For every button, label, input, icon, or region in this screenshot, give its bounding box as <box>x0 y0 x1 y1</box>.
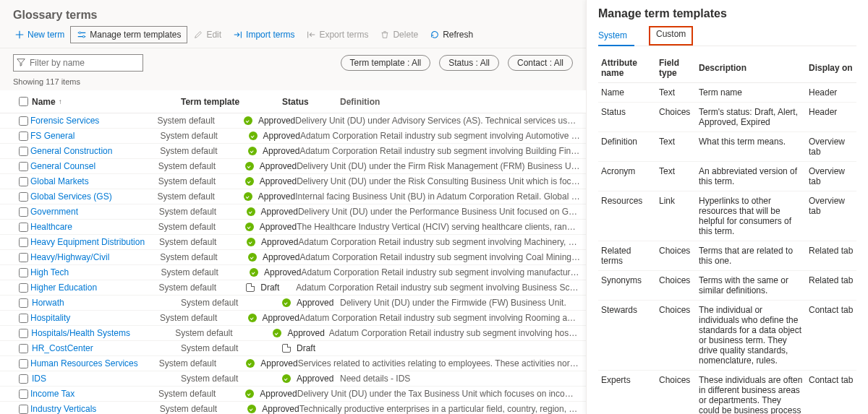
row-checkbox[interactable] <box>19 162 28 171</box>
term-link[interactable]: Industry Verticals <box>30 404 96 414</box>
row-checkbox[interactable] <box>19 389 28 399</box>
row-checkbox[interactable] <box>19 131 28 141</box>
row-template: System default <box>160 252 248 262</box>
term-link[interactable]: Forensic Services <box>30 116 99 126</box>
row-definition: Adatum Corporation Retail industry sub s… <box>299 252 586 262</box>
row-definition: Need details - IDS <box>340 374 586 384</box>
export-label: Export terms <box>319 30 368 40</box>
row-definition: Delivery Unit (DU) under the Tax Busines… <box>297 389 586 399</box>
term-link[interactable]: Human Resources Services <box>30 358 138 368</box>
delete-button[interactable]: Delete <box>374 27 424 43</box>
manage-templates-button[interactable]: Manage term templates <box>70 26 187 43</box>
tab-custom[interactable]: Custom <box>649 26 693 46</box>
col-def-header[interactable]: Definition <box>340 97 586 107</box>
term-link[interactable]: Heavy/Highway/Civil <box>30 252 109 262</box>
row-status: Approved <box>245 176 297 186</box>
filter-by-name-input[interactable] <box>13 54 143 72</box>
attr-field: Text <box>656 162 696 191</box>
draft-icon <box>282 344 291 353</box>
row-status: Approved <box>247 237 298 247</box>
row-checkbox[interactable] <box>19 268 28 277</box>
delete-label: Delete <box>393 30 418 40</box>
row-template: System default <box>175 328 273 338</box>
panel-title: Manage term templates <box>598 7 856 20</box>
filter-term-template[interactable]: Term template : All <box>341 55 431 71</box>
row-checkbox[interactable] <box>19 314 28 323</box>
edit-button[interactable]: Edit <box>187 27 227 43</box>
attr-row: SynonymsChoicesTerms with the same or si… <box>598 271 856 301</box>
term-link[interactable]: Government <box>30 207 78 217</box>
col-name-header[interactable]: Name ↑ <box>32 97 181 107</box>
new-term-button[interactable]: New term <box>9 27 70 43</box>
attr-field: Choices <box>656 271 696 301</box>
row-checkbox[interactable] <box>19 298 28 308</box>
row-status: Draft <box>282 343 340 353</box>
row-definition: Adatum Corporation Retail industry sub s… <box>299 146 586 156</box>
row-checkbox[interactable] <box>19 147 28 156</box>
term-link[interactable]: FS General <box>30 131 75 141</box>
row-checkbox[interactable] <box>19 359 28 368</box>
th-display: Display on <box>806 53 856 83</box>
trash-icon <box>380 30 390 40</box>
toolbar: New term Manage term templates Edit Impo… <box>0 22 586 48</box>
col-template-header[interactable]: Term template <box>181 97 282 107</box>
row-status: Approved <box>248 252 299 262</box>
row-checkbox[interactable] <box>19 223 28 232</box>
export-button[interactable]: Export terms <box>300 27 374 43</box>
attr-row: DefinitionTextWhat this term means.Overv… <box>598 132 856 162</box>
attr-field: Text <box>656 132 696 162</box>
term-link[interactable]: HR_CostCenter <box>32 343 93 353</box>
col-status-header[interactable]: Status <box>282 97 340 107</box>
row-checkbox[interactable] <box>19 238 28 247</box>
import-button[interactable]: Import terms <box>227 27 300 43</box>
row-checkbox[interactable] <box>19 116 28 126</box>
row-checkbox[interactable] <box>19 253 28 262</box>
term-link[interactable]: IDS <box>32 374 46 384</box>
term-link[interactable]: Heavy Equipment Distribution <box>30 237 145 247</box>
table-row: IDSSystem defaultApprovedNeed details - … <box>0 371 586 387</box>
row-checkbox[interactable] <box>19 329 28 338</box>
row-checkbox[interactable] <box>19 405 28 414</box>
row-checkbox[interactable] <box>19 374 28 384</box>
row-status: Approved <box>250 267 301 277</box>
row-template: System default <box>158 389 245 399</box>
main-area: Glossary terms New term Manage term temp… <box>0 0 586 414</box>
row-template: System default <box>181 374 282 384</box>
attr-desc: Hyperlinks to other resources that will … <box>696 191 806 241</box>
attr-field: Text <box>656 83 696 103</box>
term-link[interactable]: Hospitals/Health Systems <box>31 328 130 338</box>
term-link[interactable]: Horwath <box>32 298 64 308</box>
attr-field: Link <box>656 191 696 241</box>
term-link[interactable]: High Tech <box>30 267 69 277</box>
row-status: Approved <box>282 374 340 384</box>
attr-field: Choices <box>656 371 696 415</box>
filter-contact[interactable]: Contact : All <box>508 55 573 71</box>
row-definition: Adatum Corporation Retail industry sub s… <box>299 313 586 323</box>
term-link[interactable]: Hospitality <box>30 313 70 323</box>
term-link[interactable]: General Counsel <box>30 161 95 171</box>
attr-row: ResourcesLinkHyperlinks to other resourc… <box>598 191 856 241</box>
select-all-checkbox[interactable] <box>19 97 28 106</box>
row-definition: Services related to activities relating … <box>298 358 586 368</box>
filter-status[interactable]: Status : All <box>439 55 499 71</box>
term-link[interactable]: Healthcare <box>30 222 72 232</box>
row-checkbox[interactable] <box>19 344 28 353</box>
term-link[interactable]: General Construction <box>30 146 112 156</box>
row-template: System default <box>159 237 247 247</box>
table-row: HealthcareSystem defaultApprovedThe Heal… <box>0 220 586 235</box>
refresh-button[interactable]: Refresh <box>424 27 479 43</box>
row-checkbox[interactable] <box>19 192 28 202</box>
tab-system[interactable]: System <box>598 26 634 46</box>
import-icon <box>233 30 243 40</box>
term-link[interactable]: Global Services (GS) <box>30 191 112 202</box>
th-field: Field type <box>656 53 696 83</box>
approved-icon <box>245 223 254 231</box>
term-link[interactable]: Global Markets <box>30 176 89 186</box>
row-checkbox[interactable] <box>19 207 28 217</box>
approved-icon <box>249 131 258 140</box>
row-checkbox[interactable] <box>19 177 28 186</box>
row-checkbox[interactable] <box>19 283 28 293</box>
table-row: Heavy/Highway/CivilSystem defaultApprove… <box>0 250 586 265</box>
term-link[interactable]: Higher Education <box>30 283 97 293</box>
term-link[interactable]: Income Tax <box>30 389 75 399</box>
